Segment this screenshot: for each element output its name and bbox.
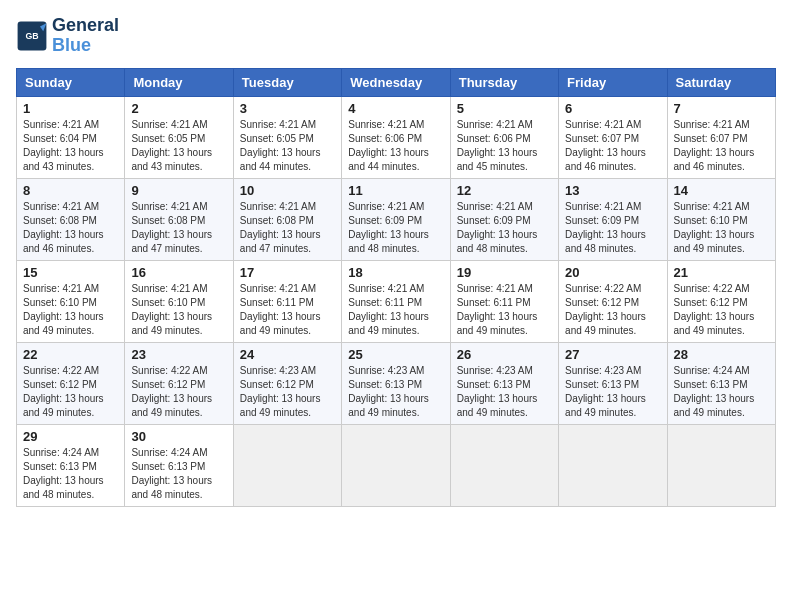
day-info: Sunrise: 4:23 AMSunset: 6:13 PMDaylight:… [348,365,429,418]
day-info: Sunrise: 4:21 AMSunset: 6:09 PMDaylight:… [348,201,429,254]
calendar-cell: 25 Sunrise: 4:23 AMSunset: 6:13 PMDaylig… [342,342,450,424]
calendar-cell: 22 Sunrise: 4:22 AMSunset: 6:12 PMDaylig… [17,342,125,424]
logo-text: General Blue [52,16,119,56]
col-header-tuesday: Tuesday [233,68,341,96]
calendar-cell: 14 Sunrise: 4:21 AMSunset: 6:10 PMDaylig… [667,178,775,260]
day-info: Sunrise: 4:21 AMSunset: 6:07 PMDaylight:… [565,119,646,172]
day-number: 3 [240,101,335,116]
day-number: 11 [348,183,443,198]
day-info: Sunrise: 4:22 AMSunset: 6:12 PMDaylight:… [674,283,755,336]
day-info: Sunrise: 4:21 AMSunset: 6:06 PMDaylight:… [348,119,429,172]
day-info: Sunrise: 4:21 AMSunset: 6:11 PMDaylight:… [240,283,321,336]
calendar-cell [233,424,341,506]
day-info: Sunrise: 4:22 AMSunset: 6:12 PMDaylight:… [131,365,212,418]
calendar-table: SundayMondayTuesdayWednesdayThursdayFrid… [16,68,776,507]
day-number: 19 [457,265,552,280]
calendar-cell: 13 Sunrise: 4:21 AMSunset: 6:09 PMDaylig… [559,178,667,260]
day-info: Sunrise: 4:24 AMSunset: 6:13 PMDaylight:… [674,365,755,418]
day-info: Sunrise: 4:21 AMSunset: 6:10 PMDaylight:… [23,283,104,336]
day-info: Sunrise: 4:21 AMSunset: 6:11 PMDaylight:… [457,283,538,336]
calendar-cell: 1 Sunrise: 4:21 AMSunset: 6:04 PMDayligh… [17,96,125,178]
day-number: 13 [565,183,660,198]
day-info: Sunrise: 4:24 AMSunset: 6:13 PMDaylight:… [131,447,212,500]
svg-text:GB: GB [25,31,38,41]
day-number: 30 [131,429,226,444]
calendar-cell: 15 Sunrise: 4:21 AMSunset: 6:10 PMDaylig… [17,260,125,342]
calendar-cell: 17 Sunrise: 4:21 AMSunset: 6:11 PMDaylig… [233,260,341,342]
calendar-cell: 2 Sunrise: 4:21 AMSunset: 6:05 PMDayligh… [125,96,233,178]
col-header-saturday: Saturday [667,68,775,96]
calendar-cell: 18 Sunrise: 4:21 AMSunset: 6:11 PMDaylig… [342,260,450,342]
day-number: 12 [457,183,552,198]
day-number: 1 [23,101,118,116]
calendar-week-1: 1 Sunrise: 4:21 AMSunset: 6:04 PMDayligh… [17,96,776,178]
day-info: Sunrise: 4:21 AMSunset: 6:09 PMDaylight:… [565,201,646,254]
calendar-cell: 27 Sunrise: 4:23 AMSunset: 6:13 PMDaylig… [559,342,667,424]
day-info: Sunrise: 4:21 AMSunset: 6:09 PMDaylight:… [457,201,538,254]
day-number: 7 [674,101,769,116]
page-header: GB General Blue [16,16,776,56]
day-number: 29 [23,429,118,444]
day-number: 18 [348,265,443,280]
day-info: Sunrise: 4:21 AMSunset: 6:11 PMDaylight:… [348,283,429,336]
day-info: Sunrise: 4:21 AMSunset: 6:08 PMDaylight:… [240,201,321,254]
day-number: 2 [131,101,226,116]
day-info: Sunrise: 4:22 AMSunset: 6:12 PMDaylight:… [23,365,104,418]
day-number: 23 [131,347,226,362]
calendar-cell: 12 Sunrise: 4:21 AMSunset: 6:09 PMDaylig… [450,178,558,260]
day-info: Sunrise: 4:21 AMSunset: 6:08 PMDaylight:… [131,201,212,254]
calendar-cell: 4 Sunrise: 4:21 AMSunset: 6:06 PMDayligh… [342,96,450,178]
calendar-cell [342,424,450,506]
day-info: Sunrise: 4:21 AMSunset: 6:08 PMDaylight:… [23,201,104,254]
calendar-cell: 5 Sunrise: 4:21 AMSunset: 6:06 PMDayligh… [450,96,558,178]
calendar-week-5: 29 Sunrise: 4:24 AMSunset: 6:13 PMDaylig… [17,424,776,506]
calendar-body: 1 Sunrise: 4:21 AMSunset: 6:04 PMDayligh… [17,96,776,506]
day-number: 10 [240,183,335,198]
calendar-week-2: 8 Sunrise: 4:21 AMSunset: 6:08 PMDayligh… [17,178,776,260]
day-number: 17 [240,265,335,280]
calendar-cell [450,424,558,506]
calendar-cell: 19 Sunrise: 4:21 AMSunset: 6:11 PMDaylig… [450,260,558,342]
day-number: 24 [240,347,335,362]
calendar-cell [559,424,667,506]
calendar-cell: 16 Sunrise: 4:21 AMSunset: 6:10 PMDaylig… [125,260,233,342]
logo: GB General Blue [16,16,119,56]
day-info: Sunrise: 4:21 AMSunset: 6:05 PMDaylight:… [131,119,212,172]
day-number: 9 [131,183,226,198]
day-number: 27 [565,347,660,362]
calendar-cell: 3 Sunrise: 4:21 AMSunset: 6:05 PMDayligh… [233,96,341,178]
col-header-wednesday: Wednesday [342,68,450,96]
day-info: Sunrise: 4:21 AMSunset: 6:04 PMDaylight:… [23,119,104,172]
day-number: 4 [348,101,443,116]
col-header-friday: Friday [559,68,667,96]
day-number: 14 [674,183,769,198]
col-header-thursday: Thursday [450,68,558,96]
day-info: Sunrise: 4:23 AMSunset: 6:12 PMDaylight:… [240,365,321,418]
calendar-cell [667,424,775,506]
day-number: 22 [23,347,118,362]
day-info: Sunrise: 4:24 AMSunset: 6:13 PMDaylight:… [23,447,104,500]
day-info: Sunrise: 4:21 AMSunset: 6:06 PMDaylight:… [457,119,538,172]
calendar-cell: 6 Sunrise: 4:21 AMSunset: 6:07 PMDayligh… [559,96,667,178]
day-number: 20 [565,265,660,280]
calendar-cell: 24 Sunrise: 4:23 AMSunset: 6:12 PMDaylig… [233,342,341,424]
calendar-cell: 10 Sunrise: 4:21 AMSunset: 6:08 PMDaylig… [233,178,341,260]
day-info: Sunrise: 4:21 AMSunset: 6:07 PMDaylight:… [674,119,755,172]
calendar-cell: 28 Sunrise: 4:24 AMSunset: 6:13 PMDaylig… [667,342,775,424]
col-header-monday: Monday [125,68,233,96]
day-info: Sunrise: 4:21 AMSunset: 6:10 PMDaylight:… [131,283,212,336]
calendar-cell: 20 Sunrise: 4:22 AMSunset: 6:12 PMDaylig… [559,260,667,342]
day-info: Sunrise: 4:22 AMSunset: 6:12 PMDaylight:… [565,283,646,336]
calendar-cell: 7 Sunrise: 4:21 AMSunset: 6:07 PMDayligh… [667,96,775,178]
calendar-week-3: 15 Sunrise: 4:21 AMSunset: 6:10 PMDaylig… [17,260,776,342]
calendar-cell: 29 Sunrise: 4:24 AMSunset: 6:13 PMDaylig… [17,424,125,506]
calendar-cell: 23 Sunrise: 4:22 AMSunset: 6:12 PMDaylig… [125,342,233,424]
day-number: 16 [131,265,226,280]
calendar-cell: 8 Sunrise: 4:21 AMSunset: 6:08 PMDayligh… [17,178,125,260]
calendar-header-row: SundayMondayTuesdayWednesdayThursdayFrid… [17,68,776,96]
calendar-week-4: 22 Sunrise: 4:22 AMSunset: 6:12 PMDaylig… [17,342,776,424]
col-header-sunday: Sunday [17,68,125,96]
day-info: Sunrise: 4:23 AMSunset: 6:13 PMDaylight:… [565,365,646,418]
day-number: 15 [23,265,118,280]
calendar-cell: 26 Sunrise: 4:23 AMSunset: 6:13 PMDaylig… [450,342,558,424]
